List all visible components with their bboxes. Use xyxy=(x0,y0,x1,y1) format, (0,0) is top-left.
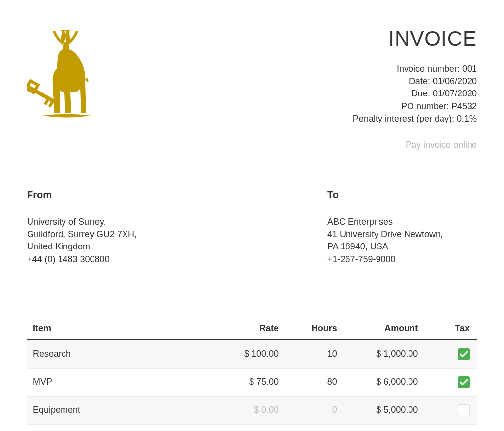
date-value: 01/06/2020 xyxy=(433,76,477,86)
to-line: 41 University Drive Newtown, xyxy=(327,228,475,241)
col-header-rate: Rate xyxy=(216,317,284,340)
cell-rate: $ 0.00 xyxy=(216,396,284,424)
stag-key-logo-icon xyxy=(27,30,106,123)
cell-item: Management xyxy=(27,424,216,431)
invoice-number: Invoice number: 001 xyxy=(353,63,477,75)
cell-rate: $ 50.00 xyxy=(216,424,284,431)
cell-tax xyxy=(423,424,477,431)
table-row: Research$ 100.0010$ 1,000.00 xyxy=(27,340,477,369)
cell-tax xyxy=(423,396,477,424)
po-value: P4532 xyxy=(451,101,477,111)
from-block: From University of Surrey, Guildford, Su… xyxy=(27,189,175,266)
cell-hours: 10 xyxy=(284,340,342,369)
divider xyxy=(27,207,175,207)
invoice-due: Due: 01/07/2020 xyxy=(353,88,477,100)
divider xyxy=(327,207,475,207)
line-items-table: Item Rate Hours Amount Tax Research$ 100… xyxy=(27,317,477,431)
from-line: Guildford, Surrey GU2 7XH, xyxy=(27,228,175,241)
tax-checkbox[interactable] xyxy=(458,376,470,388)
penalty-value: 0.1% xyxy=(457,114,477,123)
to-line: +1-267-759-9000 xyxy=(327,253,475,266)
po-number: PO number: P4532 xyxy=(353,100,477,113)
cell-hours: 0 xyxy=(284,396,342,424)
invoice-number-value: 001 xyxy=(462,64,477,74)
col-header-hours: Hours xyxy=(284,317,342,340)
invoice-number-label: Invoice number: xyxy=(397,64,462,74)
to-block: To ABC Enterprises 41 University Drive N… xyxy=(327,189,475,266)
to-line: ABC Enterprises xyxy=(327,216,475,228)
cell-item: MVP xyxy=(27,368,216,396)
from-line: University of Surrey, xyxy=(27,216,175,228)
tax-checkbox[interactable] xyxy=(458,348,470,360)
col-header-item: Item xyxy=(27,317,216,340)
cell-amount: $ 5,000.00 xyxy=(342,396,423,424)
from-line: +44 (0) 1483 300800 xyxy=(27,253,175,266)
penalty-label: Penalty interest (per day): xyxy=(353,114,457,123)
from-line: United Kingdom xyxy=(27,241,175,253)
to-heading: To xyxy=(327,189,475,201)
penalty-interest: Penalty interest (per day): 0.1% xyxy=(353,113,477,125)
date-label: Date: xyxy=(409,76,433,86)
pay-invoice-link[interactable]: Pay invoice online xyxy=(406,140,477,150)
to-line: PA 18940, USA xyxy=(327,241,475,253)
table-row: Equipement$ 0.000$ 5,000.00 xyxy=(27,396,477,424)
cell-tax xyxy=(423,340,477,369)
cell-item: Equipement xyxy=(27,396,216,424)
table-row: MVP$ 75.0080$ 6,000.00 xyxy=(27,368,477,396)
company-logo xyxy=(27,30,126,125)
due-label: Due: xyxy=(411,89,433,98)
cell-rate: $ 75.00 xyxy=(216,368,284,396)
invoice-title: INVOICE xyxy=(353,27,477,51)
tax-checkbox[interactable] xyxy=(458,404,470,416)
cell-tax xyxy=(423,368,477,396)
from-heading: From xyxy=(27,189,175,201)
po-label: PO number: xyxy=(401,101,451,111)
col-header-tax: Tax xyxy=(423,317,477,340)
col-header-amount: Amount xyxy=(342,317,423,340)
invoice-date: Date: 01/06/2020 xyxy=(353,75,477,88)
table-row: Management$ 50.0020$ 1,000.00 xyxy=(27,424,477,431)
cell-item: Research xyxy=(27,340,216,369)
cell-amount: $ 1,000.00 xyxy=(342,340,423,369)
cell-rate: $ 100.00 xyxy=(216,340,284,369)
cell-amount: $ 6,000.00 xyxy=(342,368,423,396)
cell-hours: 80 xyxy=(284,368,342,396)
cell-hours: 20 xyxy=(284,424,342,431)
cell-amount: $ 1,000.00 xyxy=(342,424,423,431)
due-value: 01/07/2020 xyxy=(433,89,477,98)
